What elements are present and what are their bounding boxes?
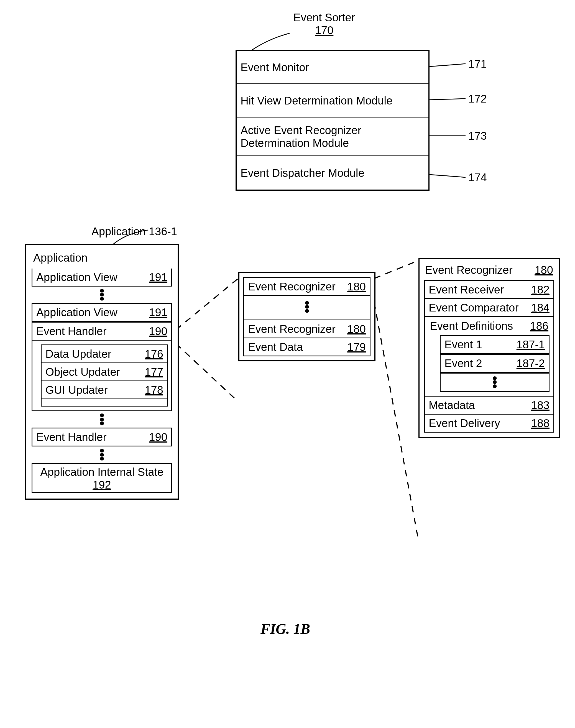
event-recognizer-row-2: Event Recognizer 180 [243, 320, 371, 338]
svg-line-1 [176, 344, 238, 402]
event-definitions-title: Event Definitions 186 [429, 320, 549, 335]
svg-line-0 [176, 274, 244, 330]
event-def-2: Event 2 187-2 [441, 354, 549, 373]
event-delivery-row: Event Delivery 188 [424, 415, 554, 432]
event-sorter-row-hitview: Hit View Determination Module [237, 84, 429, 117]
metadata-row: Metadata 183 [424, 396, 554, 415]
ref-171: 171 [468, 58, 487, 70]
event-data-row: Event Data 179 [243, 338, 371, 356]
diagram-canvas: Event Sorter 170 Event Monitor Hit View … [11, 11, 564, 717]
event-def-1: Event 1 187-1 [441, 336, 549, 354]
ref-172: 172 [468, 93, 487, 105]
application-title: Application [32, 250, 172, 269]
event-receiver: Event Receiver 182 [424, 280, 554, 299]
event-sorter-title: Event Sorter 170 [288, 11, 360, 37]
event-recognizer-detail-box: Event Recognizer 180 Event Receiver 182 … [418, 258, 560, 438]
object-updater: Object Updater 177 [41, 363, 168, 381]
event-sorter-box: Event Monitor Hit View Determination Mod… [236, 50, 430, 190]
event-handler-2: Event Handler 190 [32, 427, 172, 446]
svg-line-3 [374, 302, 418, 541]
updater-etc [41, 399, 168, 407]
dots-icon: ●●● [441, 373, 549, 391]
event-sorter-row-monitor: Event Monitor [237, 51, 429, 84]
event-comparator: Event Comparator 184 [424, 299, 554, 317]
event-handler-1: Event Handler 190 [32, 322, 172, 341]
application-id-label: Application 136-1 [92, 225, 177, 238]
event-sorter-row-dispatcher: Event Dispatcher Module [237, 156, 429, 189]
event-sorter-row-active: Active Event Recognizer Determination Mo… [237, 117, 429, 156]
application-internal-state: Application Internal State 192 [32, 463, 172, 493]
dots-icon: ●●● [32, 446, 172, 463]
dots-icon: ●●● [32, 286, 172, 303]
application-view-2: Application View 191 [32, 303, 172, 322]
application-box: Application Application View 191 ●●● App… [25, 244, 179, 500]
ref-174: 174 [468, 171, 487, 184]
event-definitions-block: Event Definitions 186 Event 1 187-1 Even… [424, 317, 554, 396]
figure-caption: FIG. 1B [261, 621, 310, 637]
ref-173: 173 [468, 130, 487, 142]
dots-icon: ●●● [244, 299, 370, 315]
dots-icon: ●●● [32, 411, 172, 427]
svg-line-2 [374, 261, 418, 278]
event-recognizer-row-1: Event Recognizer 180 [243, 277, 371, 296]
recognizer-list-box: Event Recognizer 180 ●●● Event Recognize… [238, 272, 375, 361]
event-recognizer-title: Event Recognizer 180 [424, 263, 554, 280]
gui-updater: GUI Updater 178 [41, 381, 168, 399]
data-updater: Data Updater 176 [41, 344, 168, 363]
application-view-1: Application View 191 [32, 269, 172, 286]
